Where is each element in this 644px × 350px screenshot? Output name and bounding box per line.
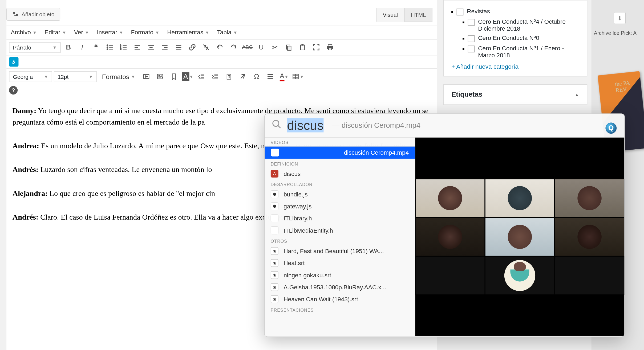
triangle-up-icon[interactable]: ▲ — [574, 92, 579, 97]
checkbox[interactable] — [457, 9, 464, 15]
tab-html[interactable]: HTML — [404, 8, 432, 22]
text-color-2-button[interactable]: A▼ — [278, 71, 290, 83]
align-center-button[interactable] — [145, 41, 157, 53]
result-item[interactable]: ITLibMediaEntity.h — [265, 224, 415, 236]
category-item[interactable]: Cero En Conducta Nº0 — [463, 33, 579, 43]
fullscreen-button[interactable] — [310, 41, 322, 53]
add-media-button[interactable]: Añadir objeto — [6, 8, 60, 20]
blockquote-button[interactable]: ❝ — [90, 41, 102, 53]
result-item[interactable]: Adiscus — [265, 168, 415, 180]
menu-insertar[interactable]: Insertar▼ — [97, 29, 123, 36]
insert-image-button[interactable] — [154, 71, 166, 83]
spotlight-search-row: discus — discusión Ceromp4.mp4 Q — [265, 114, 624, 137]
format-select[interactable]: Párrafo▼ — [9, 42, 61, 52]
underline-button[interactable]: U — [255, 41, 267, 53]
shortcode-icon[interactable]: S — [9, 57, 19, 67]
sidebar: Revistas Cero En Conducta Nº4 / Octubre … — [443, 0, 587, 113]
category-item[interactable]: Revistas — [451, 6, 579, 17]
svg-point-1 — [16, 14, 18, 16]
result-item[interactable]: ITLibrary.h — [265, 212, 415, 224]
font-size-select[interactable]: 12pt▼ — [54, 71, 97, 82]
paste-button[interactable] — [297, 41, 309, 53]
hr-button[interactable] — [264, 71, 276, 83]
result-item[interactable]: ◉Hard, Fast and Beautiful (1951) WA... — [265, 245, 415, 257]
insert-video-button[interactable] — [140, 71, 152, 83]
tab-visual[interactable]: Visual — [376, 8, 404, 22]
bold-button[interactable]: B — [62, 41, 74, 53]
bullet-list-button[interactable] — [104, 41, 116, 53]
align-right-button[interactable] — [159, 41, 171, 53]
clear-format-button[interactable] — [237, 71, 249, 83]
link-button[interactable] — [186, 41, 198, 53]
spotlight-query[interactable]: discus — [287, 118, 323, 133]
result-item[interactable]: ⬢gateway.js — [265, 200, 415, 212]
result-item[interactable]: ◉A.Geisha.1953.1080p.BluRay.AAC.x... — [265, 281, 415, 293]
special-char-button[interactable]: Ω — [250, 71, 262, 83]
h-file-icon — [271, 215, 278, 222]
video-tile — [415, 217, 485, 256]
help-button[interactable]: ? — [9, 86, 18, 94]
undo-button[interactable] — [214, 41, 226, 53]
cut-button[interactable]: ✂ — [269, 41, 281, 53]
category-item[interactable]: Cero En Conducta Nº1 / Enero - Marzo 201… — [463, 43, 579, 60]
paste-text-button[interactable]: T — [223, 71, 235, 83]
add-category-link[interactable]: + Añadir nueva categoría — [451, 63, 579, 70]
menu-archivo[interactable]: Archivo▼ — [11, 29, 37, 36]
editor-tabs: Visual HTML — [376, 8, 432, 22]
srt-file-icon: ◉ — [271, 247, 278, 255]
result-item[interactable]: ⬢bundle.js — [265, 188, 415, 200]
copy-button[interactable] — [283, 41, 295, 53]
checkbox[interactable] — [468, 19, 475, 26]
outdent-button[interactable] — [196, 71, 208, 83]
panel-title: Etiquetas — [451, 91, 482, 98]
indent-button[interactable] — [209, 71, 221, 83]
align-left-button[interactable] — [131, 41, 143, 53]
tags-panel[interactable]: Etiquetas▲ — [443, 84, 587, 105]
download-icon[interactable]: ⬇ — [614, 12, 626, 24]
svg-point-6 — [107, 49, 108, 50]
bullet-icon — [463, 48, 464, 50]
menu-herramientas[interactable]: Herramientas▼ — [167, 29, 209, 36]
result-item[interactable]: Qdiscusión Ceromp4.mp4 — [265, 146, 415, 159]
add-media-label: Añadir objeto — [22, 11, 55, 17]
align-justify-button[interactable] — [173, 41, 185, 53]
svg-rect-32 — [329, 48, 332, 50]
result-section: PRESENTACIONES — [265, 305, 415, 314]
formats-dropdown[interactable]: Formatos▼ — [99, 73, 139, 80]
category-item[interactable]: Cero En Conducta Nº4 / Octubre - Diciemb… — [463, 17, 579, 33]
font-family-select[interactable]: Georgia▼ — [9, 71, 52, 82]
video-tile — [555, 179, 625, 217]
toolbar-row-1: Párrafo▼ B I ❝ 123 ABC U ✂ — [6, 39, 437, 55]
chevron-down-icon: ▼ — [131, 74, 135, 79]
menu-ver[interactable]: Ver▼ — [74, 29, 89, 36]
video-grid — [415, 179, 624, 295]
svg-point-53 — [273, 120, 279, 126]
result-item[interactable]: ◉Heat.srt — [265, 257, 415, 269]
toolbar-row-2: S — [6, 55, 437, 68]
print-button[interactable] — [324, 41, 336, 53]
strikethrough-button[interactable]: ABC — [241, 41, 253, 53]
result-item[interactable]: ◉Heaven Can Wait (1943).srt — [265, 293, 415, 305]
result-item[interactable]: ◉ningen gokaku.srt — [265, 269, 415, 281]
redo-button[interactable] — [228, 41, 240, 53]
result-section: DEFINICIÓN — [265, 159, 415, 168]
italic-button[interactable]: I — [76, 41, 88, 53]
speaker-label: Andrea: — [13, 142, 39, 150]
bullet-icon — [463, 38, 464, 39]
menu-tabla[interactable]: Tabla▼ — [217, 29, 238, 36]
speaker-label: Alejandra: — [13, 189, 48, 197]
spotlight-window: discus — discusión Ceromp4.mp4 Q VIDEOS … — [264, 113, 625, 337]
checkbox[interactable] — [468, 46, 475, 52]
unlink-button[interactable] — [200, 41, 212, 53]
bookmark-button[interactable] — [168, 71, 180, 83]
table-button[interactable]: ▼ — [292, 71, 304, 83]
menubar: Archivo▼ Editar▼ Ver▼ Insertar▼ Formato▼… — [6, 25, 437, 39]
js-file-icon: ⬢ — [271, 203, 278, 210]
checkbox[interactable] — [468, 35, 475, 42]
text-color-button[interactable]: A▼ — [182, 71, 194, 83]
bullet-icon — [451, 11, 453, 13]
srt-file-icon: ◉ — [271, 295, 278, 303]
menu-editar[interactable]: Editar▼ — [44, 29, 66, 36]
numbered-list-button[interactable]: 123 — [118, 41, 129, 53]
menu-formato[interactable]: Formato▼ — [131, 29, 160, 36]
